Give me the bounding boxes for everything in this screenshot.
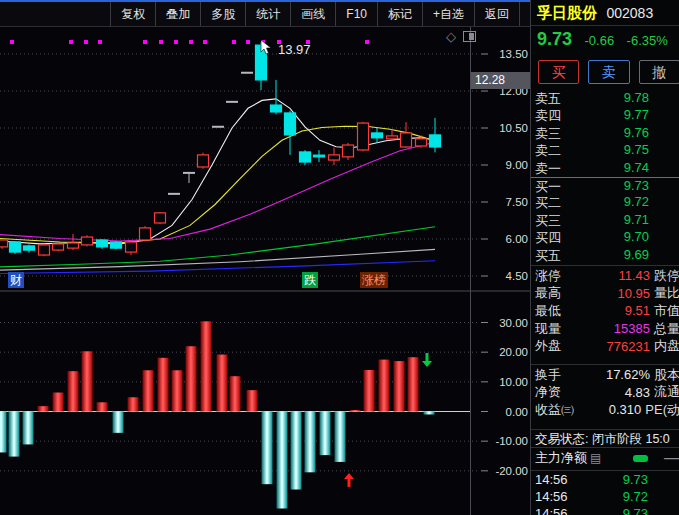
fall-tag[interactable]: 跌: [302, 272, 318, 288]
ask-level-1[interactable]: 卖一9.74: [531, 160, 679, 177]
chart-area[interactable]: 13.5012.0010.509.007.506.004.5030.0020.0…: [0, 27, 530, 515]
ask2-label: 卖二: [535, 142, 561, 159]
tick-time: 14:56: [535, 506, 568, 515]
stat-label2: 股本: [654, 366, 679, 384]
svg-text:20.00: 20.00: [499, 346, 528, 358]
signal-dot: [159, 40, 163, 44]
toolbar-item-huaxian[interactable]: 画线: [290, 2, 335, 26]
bid1-label: 买一: [535, 178, 561, 194]
tick-time: 14:56: [535, 472, 568, 489]
stat-value: 4.83: [598, 385, 650, 400]
toolbar-item-dugu[interactable]: 多股: [200, 2, 245, 26]
stock-code: 002083: [606, 5, 653, 21]
bid-level-5[interactable]: 买五9.69: [531, 247, 679, 264]
bid-level-1[interactable]: 买一9.73: [531, 177, 679, 194]
toolbar-item-add-watch[interactable]: +自选: [422, 2, 474, 26]
toolbar-item-fuquan[interactable]: 复权: [110, 2, 155, 26]
tick-time: 14:56: [535, 489, 568, 506]
bid3-label: 买三: [535, 212, 561, 229]
ma-white: [0, 99, 435, 244]
signal-dot: [98, 40, 102, 44]
divider: [531, 364, 679, 365]
ask1-price: 9.74: [624, 160, 649, 177]
stat-label2: 跌停: [654, 267, 679, 285]
stat-low: 最低9.51市值: [531, 302, 679, 320]
list-icon[interactable]: ▤: [590, 451, 601, 465]
stat-value: 17.62%: [598, 367, 650, 382]
tick-row: 14:569.73: [531, 506, 679, 515]
signal-dot: [189, 40, 193, 44]
bid5-price: 9.69: [624, 247, 649, 264]
stat-label: 最高: [535, 284, 561, 302]
trading-status: 交易状态: 闭市阶段 15:0: [531, 431, 679, 447]
stat-label2: 流通: [654, 383, 679, 401]
signal-dot: [10, 40, 14, 44]
diamond-icon[interactable]: ◇: [446, 29, 456, 44]
histogram-bars: [0, 321, 435, 508]
stat-value: 776231: [598, 339, 650, 354]
sell-button[interactable]: 卖: [588, 60, 629, 84]
ma-green: [0, 227, 435, 267]
toolbar-item-f10[interactable]: F10: [335, 2, 377, 26]
bid5-label: 买五: [535, 247, 561, 264]
signal-dot: [174, 40, 178, 44]
stock-name: 孚日股份: [537, 4, 597, 21]
tick-row: 14:569.73: [531, 472, 679, 489]
stat-value: 9.51: [598, 303, 650, 318]
bid4-label: 买四: [535, 229, 561, 246]
svg-text:9.00: 9.00: [506, 159, 528, 171]
ask-level-2[interactable]: 卖二9.75: [531, 142, 679, 159]
ask-level-3[interactable]: 卖三9.76: [531, 125, 679, 142]
buy-button[interactable]: 买: [538, 60, 579, 84]
trade-buttons: 买 卖 撤: [531, 60, 679, 86]
window-panel-icon[interactable]: [463, 31, 476, 42]
stat-label2: 内盘: [654, 337, 679, 355]
signal-dot: [84, 40, 88, 44]
main-force-net-bar: [633, 455, 648, 462]
bid-level-3[interactable]: 买三9.71: [531, 212, 679, 229]
ask5-price: 9.78: [624, 90, 649, 107]
mouse-cursor: [260, 40, 274, 56]
bid-level-4[interactable]: 买四9.70: [531, 229, 679, 246]
tick-price: 9.72: [623, 489, 648, 506]
stat-outer-vol: 外盘776231内盘: [531, 337, 679, 355]
bid-level-2[interactable]: 买二9.72: [531, 194, 679, 211]
stats-block-2: 换手17.62%股本 净资4.83流通 收益㈢0.310PE(动: [531, 366, 679, 419]
svg-text:4.50: 4.50: [506, 270, 528, 282]
stat-cur-vol: 现量15385总量: [531, 320, 679, 338]
stat-high: 最高10.95量比: [531, 285, 679, 303]
ask1-label: 卖一: [535, 160, 561, 177]
cancel-order-button[interactable]: 撤: [639, 60, 679, 84]
ask-level-5[interactable]: 卖五9.78: [531, 90, 679, 107]
clipped-dash: —: [664, 449, 679, 467]
rise-rank-tag[interactable]: 涨榜: [360, 272, 388, 288]
toolbar: 复权 叠加 多股 统计 画线 F10 标记 +自选 返回: [0, 0, 530, 27]
toolbar-item-biaoji[interactable]: 标记: [377, 2, 422, 26]
stat-label2: 量比: [654, 284, 679, 302]
stat-value: 0.310: [589, 402, 641, 417]
stat-value: 11.43: [598, 268, 650, 283]
svg-text:6.00: 6.00: [506, 233, 528, 245]
stat-label: 现量: [535, 320, 561, 338]
quote-panel: 孚日股份 002083 9.73 -0.66 -6.35% 买 卖 撤 卖五9.…: [530, 0, 679, 515]
ma-yellow: [0, 126, 435, 243]
finance-tag[interactable]: 财: [8, 272, 24, 288]
kline-and-histogram-canvas[interactable]: 13.5012.0010.509.007.506.004.5030.0020.0…: [0, 27, 530, 515]
divider: [531, 447, 679, 448]
stat-eps: 收益㈢0.310PE(动: [531, 401, 679, 419]
up-arrow: [344, 473, 354, 487]
stat-label2: 市值: [654, 302, 679, 320]
svg-text:7.50: 7.50: [506, 196, 528, 208]
ask2-price: 9.75: [624, 142, 649, 159]
ask-level-4[interactable]: 卖四9.77: [531, 107, 679, 124]
trading-status-label: 交易状态:: [535, 432, 588, 446]
stat-label: 收益㈢: [535, 401, 574, 419]
toolbar-item-back[interactable]: 返回: [474, 2, 520, 26]
stat-label2: 总量: [654, 320, 679, 338]
stat-limit-up: 涨停11.43跌停: [531, 267, 679, 285]
price-change-pct: -6.35%: [627, 33, 668, 48]
toolbar-item-tongji[interactable]: 统计: [245, 2, 290, 26]
toolbar-item-diejia[interactable]: 叠加: [155, 2, 200, 26]
stat-label2: PE(动: [645, 401, 679, 419]
svg-text:10.00: 10.00: [499, 376, 528, 388]
